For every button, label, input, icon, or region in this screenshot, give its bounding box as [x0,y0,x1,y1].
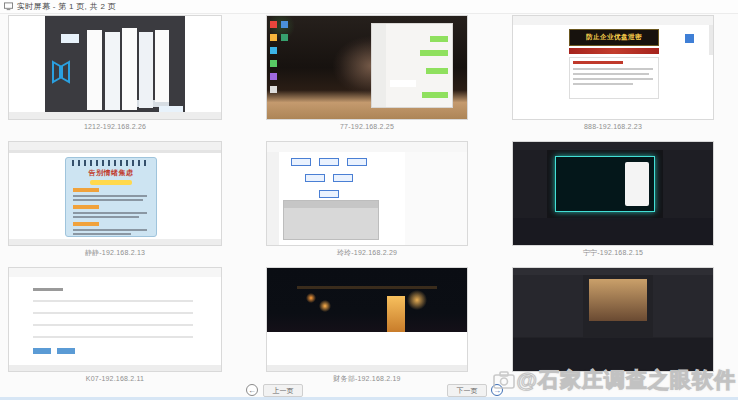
article-subtitle-bar [569,48,659,54]
next-page-arrow-icon[interactable]: → [491,384,503,396]
xmind-logo-icon [51,60,71,84]
article-column: 防止企业优盘泄密 [569,29,659,99]
window-title-bar: 实时屏幕 - 第 1 页, 共 2 页 [0,0,738,14]
flowchart-node [291,158,311,166]
flowchart-node [347,158,367,166]
screen-cell: 77-192.168.2.25 [266,15,468,141]
screen-cell: K07-192.168.2.11 [8,267,222,393]
page-title: 实时屏幕 - 第 1 页, 共 2 页 [17,1,116,12]
screen-cell [512,267,714,393]
next-page-button[interactable]: 下一页 [447,384,487,397]
desktop-icons [270,21,290,95]
note-title: 告别情绪焦虑 [66,168,156,178]
overlapping-window [283,200,379,240]
screen-thumbnail-ningning[interactable] [512,141,714,246]
flowchart-node [319,158,339,166]
screen-cell: 告别情绪焦虑 静静-192.168.2.13 [8,141,222,267]
screen-caption: 玲玲-192.168.2.29 [266,246,468,259]
highlight-pill [90,180,132,185]
flowchart-node [305,174,325,182]
screen-thumbnail-k07[interactable] [8,267,222,372]
prev-page-button[interactable]: 上一页 [263,384,303,397]
screen-thumbnail-1212[interactable] [8,15,222,120]
screen-caption: 888-192.168.2.23 [512,120,714,133]
screen-thumbnail-77[interactable] [266,15,468,120]
spiral-binding [72,160,150,166]
flowchart-node [319,190,339,198]
monitor-icon [4,2,13,11]
note-card: 告别情绪焦虑 [65,157,157,237]
screen-cell: 玲玲-192.168.2.29 [266,141,468,267]
wechat-window [371,23,453,108]
screen-cell: 财务部-192.168.2.19 [266,267,468,393]
screen-caption: 宁宁-192.168.2.15 [512,246,714,259]
screen-thumbnail-caiwubu[interactable] [266,267,468,372]
article-banner: 防止企业优盘泄密 [569,29,659,46]
screen-thumbnail-lingling[interactable] [266,141,468,246]
flowchart-node [333,174,353,182]
screen-caption: 静静-192.168.2.13 [8,246,222,259]
screen-thumbnail-888[interactable]: 防止企业优盘泄密 [512,15,714,120]
screen-cell: 1212-192.168.2.26 [8,15,222,141]
screen-thumbnail-editor[interactable] [512,267,714,372]
screen-thumbnail-jingjing[interactable]: 告别情绪焦虑 [8,141,222,246]
note-lines [73,188,149,236]
article-body [569,57,659,99]
screen-cell: 宁宁-192.168.2.15 [512,141,714,267]
settings-card [625,162,649,206]
screens-grid: 1212-192.168.2.26 77-192.168.2.25 防止企业优盘… [8,15,714,393]
screen-caption: 1212-192.168.2.26 [8,120,222,133]
screen-caption: 77-192.168.2.25 [266,120,468,133]
screen-cell: 防止企业优盘泄密 888-192.168.2.23 [512,15,714,141]
prev-page-arrow-icon[interactable]: ← [246,384,258,396]
